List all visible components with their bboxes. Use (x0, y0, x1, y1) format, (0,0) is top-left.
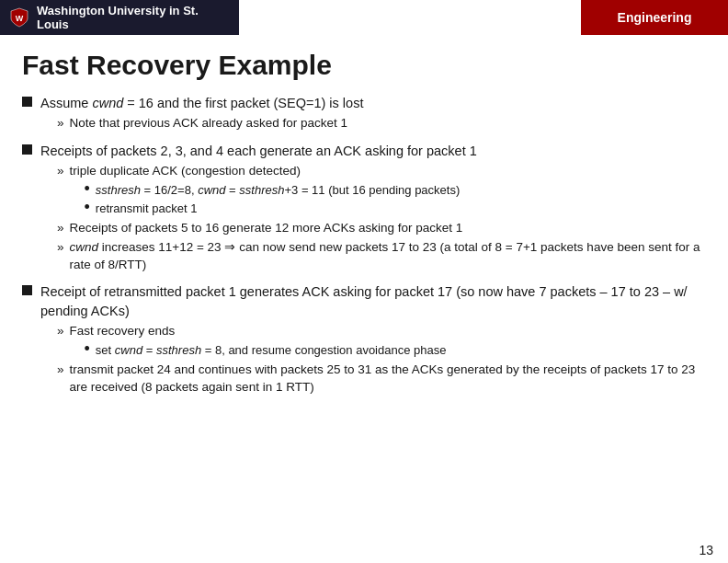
arrow-icon: » (57, 362, 64, 379)
university-name: Washington University in St. Louis (37, 4, 230, 31)
sub-sub-text: set cwnd = ssthresh = 8, and resume cong… (96, 342, 447, 359)
list-item: Assume cwnd = 16 and the first packet (S… (22, 94, 706, 134)
arrow-icon: » (57, 323, 64, 340)
sub-sub-text: retransmit packet 1 (96, 201, 198, 217)
sub-item: » transmit packet 24 and continues with … (57, 362, 706, 396)
bullet-square-icon (22, 97, 32, 107)
sub-sub-item: • retransmit packet 1 (85, 201, 461, 217)
page-number: 13 (699, 543, 713, 557)
bullet-dot-icon: • (85, 199, 90, 215)
bullet-text: Assume cwnd = 16 and the first packet (S… (40, 94, 363, 134)
sub-list: » Note that previous ACK already asked f… (57, 115, 363, 132)
bullet-square-icon (22, 144, 32, 155)
engineering-label: Engineering (581, 0, 728, 35)
bullet-text: Receipts of packets 2, 3, and 4 each gen… (40, 142, 706, 275)
sub-sub-item: • set cwnd = ssthresh = 8, and resume co… (85, 342, 447, 359)
main-content: Fast Recovery Example Assume cwnd = 16 a… (0, 35, 728, 563)
list-item: Receipt of retransmitted packet 1 genera… (22, 282, 706, 397)
sub-item: » Receipts of packets 5 to 16 generate 1… (57, 220, 706, 237)
sub-sub-list: • ssthresh = 16/2=8, cwnd = ssthresh+3 =… (85, 182, 461, 216)
bullet-square-icon (22, 285, 32, 295)
bullet-dot-icon: • (85, 340, 90, 357)
header-spacer (239, 0, 581, 35)
logo-bar: W Washington University in St. Louis (0, 0, 239, 35)
sub-item: » Note that previous ACK already asked f… (57, 115, 363, 132)
sub-list: » Fast recovery ends • set cwnd = ssthre… (57, 323, 706, 396)
arrow-icon: » (57, 239, 64, 257)
washu-shield-icon: W (9, 7, 29, 28)
sub-text: Fast recovery ends • set cwnd = ssthresh… (70, 323, 447, 360)
bullet-dot-icon: • (85, 180, 90, 197)
sub-sub-item: • ssthresh = 16/2=8, cwnd = ssthresh+3 =… (85, 182, 461, 199)
sub-item: » triple duplicate ACK (congestion detec… (57, 163, 706, 217)
list-item: Receipts of packets 2, 3, and 4 each gen… (22, 142, 706, 275)
arrow-icon: » (57, 115, 64, 132)
arrow-icon: » (57, 163, 64, 180)
sub-text: transmit packet 24 and continues with pa… (70, 362, 706, 396)
sub-text: cwnd increases 11+12 = 23 ⇒ can now send… (70, 239, 706, 274)
bullet-text: Receipt of retransmitted packet 1 genera… (40, 282, 706, 397)
svg-text:W: W (16, 14, 24, 23)
sub-text: triple duplicate ACK (congestion detecte… (70, 163, 461, 217)
sub-text: Note that previous ACK already asked for… (70, 115, 347, 132)
bullet-list: Assume cwnd = 16 and the first packet (S… (22, 94, 706, 398)
sub-item: » Fast recovery ends • set cwnd = ssthre… (57, 323, 706, 360)
page-title: Fast Recovery Example (22, 50, 706, 81)
arrow-icon: » (57, 220, 64, 237)
sub-sub-text: ssthresh = 16/2=8, cwnd = ssthresh+3 = 1… (96, 182, 460, 199)
header: W Washington University in St. Louis Eng… (0, 0, 728, 35)
sub-item: » cwnd increases 11+12 = 23 ⇒ can now se… (57, 239, 706, 274)
sub-sub-list: • set cwnd = ssthresh = 8, and resume co… (85, 342, 447, 359)
sub-text: Receipts of packets 5 to 16 generate 12 … (70, 220, 463, 237)
sub-list: » triple duplicate ACK (congestion detec… (57, 163, 706, 273)
